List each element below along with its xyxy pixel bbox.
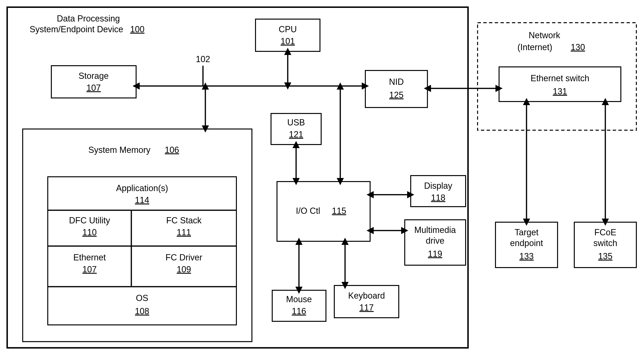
fcdrv-label: FC Driver — [166, 252, 202, 262]
nid-box — [365, 71, 428, 108]
os-ref: 108 — [135, 306, 149, 316]
display-label: Display — [424, 181, 452, 191]
cpu-box — [256, 19, 320, 51]
dfc-label: DFC Utility — [69, 215, 110, 225]
fcoe-ref: 135 — [598, 251, 612, 261]
device-ref: 100 — [130, 24, 144, 34]
cpu-label: CPU — [279, 24, 297, 34]
net-sublabel: (Internet) — [518, 42, 552, 52]
eth-ref: 107 — [82, 264, 97, 274]
usb-ref: 121 — [289, 130, 303, 139]
os-label: OS — [136, 293, 148, 303]
tgt-ref: 133 — [519, 251, 534, 261]
sysmem-label: System Memory — [88, 145, 150, 155]
apps-label: Application(s) — [116, 183, 168, 193]
net-ref: 130 — [571, 42, 585, 52]
esw-ref: 131 — [553, 87, 567, 96]
mm-ref: 119 — [428, 249, 442, 259]
fcoe-label2: switch — [594, 238, 617, 248]
fcdrv-ref: 109 — [177, 264, 191, 274]
bus-ref: 102 — [196, 54, 210, 64]
usb-label: USB — [287, 118, 305, 127]
mm-label2: drive — [426, 236, 444, 246]
display-ref: 118 — [431, 193, 445, 203]
nid-label: NID — [389, 77, 404, 87]
ioctl-label: I/O Ctl — [296, 206, 320, 216]
apps-ref: 114 — [135, 195, 149, 205]
dfc-ref: 110 — [82, 227, 97, 237]
storage-box — [51, 66, 136, 98]
kbd-box — [334, 285, 399, 318]
fcstack-ref: 111 — [177, 227, 191, 237]
net-label: Network — [529, 30, 560, 40]
esw-label: Ethernet switch — [530, 73, 589, 83]
nid-ref: 125 — [389, 90, 404, 100]
esw-box — [499, 67, 621, 102]
eth-label: Ethernet — [73, 252, 106, 262]
tgt-label1: Target — [514, 227, 538, 237]
mm-label1: Multimedia — [414, 225, 456, 235]
ioctl-box — [277, 182, 370, 241]
kbd-ref: 117 — [359, 303, 374, 312]
kbd-label: Keyboard — [348, 291, 385, 300]
sysmem-ref: 106 — [165, 145, 179, 155]
mouse-ref: 116 — [292, 306, 306, 316]
fcoe-label1: FCoE — [594, 227, 616, 237]
ioctl-ref: 115 — [332, 206, 346, 216]
storage-ref: 107 — [86, 83, 101, 93]
storage-label: Storage — [78, 71, 109, 81]
device-subtitle: System/Endpoint Device — [30, 24, 123, 34]
device-title: Data Processing — [57, 14, 120, 24]
fcstack-label: FC Stack — [166, 215, 202, 225]
cpu-ref: 101 — [280, 36, 295, 46]
mouse-label: Mouse — [286, 294, 312, 304]
tgt-label2: endpoint — [510, 238, 543, 248]
